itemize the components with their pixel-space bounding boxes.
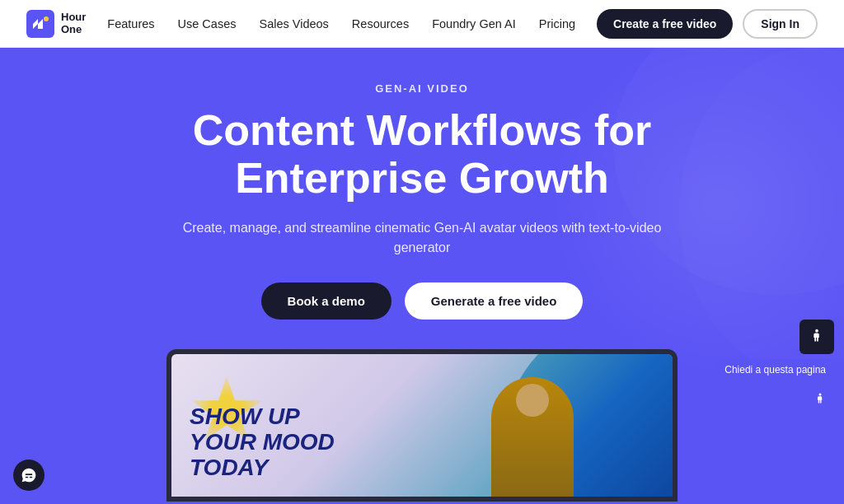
book-demo-button[interactable]: Book a demo bbox=[261, 282, 392, 320]
logo-line1: Hour bbox=[61, 12, 86, 23]
nav-item-foundry[interactable]: Foundry Gen AI bbox=[432, 16, 516, 31]
nav-link-use-cases[interactable]: Use Cases bbox=[178, 17, 237, 30]
hero-title-line1: Content Workflows for bbox=[193, 106, 652, 154]
accessibility-small-icon bbox=[813, 392, 828, 407]
accessibility-small-button[interactable] bbox=[806, 385, 834, 413]
hero-section: GEN-AI VIDEO Content Workflows for Enter… bbox=[0, 48, 844, 504]
nav-item-use-cases[interactable]: Use Cases bbox=[178, 16, 237, 31]
generate-free-video-button[interactable]: Generate a free video bbox=[405, 282, 584, 320]
accessibility-icon bbox=[808, 328, 826, 346]
hero-title: Content Workflows for Enterprise Growth bbox=[166, 106, 678, 202]
nav-item-sales-videos[interactable]: Sales Videos bbox=[259, 16, 328, 31]
logo-text: Hour One bbox=[61, 12, 86, 35]
laptop-screen: SHOW UP YOUR MOOD TODAY bbox=[171, 354, 673, 497]
accessibility-widget: Chiedi a questa pagina bbox=[716, 320, 834, 413]
sign-in-button[interactable]: Sign In bbox=[743, 9, 818, 39]
nav-link-foundry[interactable]: Foundry Gen AI bbox=[432, 17, 516, 30]
navigation: Hour One Features Use Cases Sales Videos… bbox=[0, 0, 844, 48]
chat-icon bbox=[21, 467, 37, 483]
logo[interactable]: Hour One bbox=[26, 10, 86, 38]
laptop-text-line2: YOUR MOOD bbox=[190, 430, 335, 455]
hero-content: GEN-AI VIDEO Content Workflows for Enter… bbox=[150, 82, 694, 349]
hero-subtitle: Create, manage, and streamline cinematic… bbox=[166, 218, 678, 258]
nav-link-sales-videos[interactable]: Sales Videos bbox=[259, 17, 328, 30]
laptop-person-avatar bbox=[491, 377, 574, 497]
accessibility-tooltip: Chiedi a questa pagina bbox=[716, 359, 834, 380]
hero-buttons: Book a demo Generate a free video bbox=[166, 282, 678, 320]
laptop-frame: SHOW UP YOUR MOOD TODAY bbox=[166, 349, 678, 502]
laptop-text-line1: SHOW UP bbox=[190, 404, 335, 430]
svg-point-1 bbox=[44, 16, 49, 21]
nav-links: Features Use Cases Sales Videos Resource… bbox=[107, 16, 575, 31]
create-free-video-button[interactable]: Create a free video bbox=[597, 9, 733, 39]
chat-icon-button[interactable] bbox=[13, 460, 45, 491]
nav-link-resources[interactable]: Resources bbox=[352, 17, 409, 30]
nav-link-features[interactable]: Features bbox=[107, 17, 154, 30]
accessibility-button[interactable] bbox=[799, 320, 834, 354]
logo-line2: One bbox=[61, 24, 86, 35]
nav-item-features[interactable]: Features bbox=[107, 16, 154, 31]
laptop-preview: SHOW UP YOUR MOOD TODAY bbox=[166, 349, 678, 502]
nav-item-resources[interactable]: Resources bbox=[352, 16, 409, 31]
nav-item-pricing[interactable]: Pricing bbox=[539, 16, 575, 31]
hero-title-line2: Enterprise Growth bbox=[235, 154, 609, 202]
nav-actions: Create a free video Sign In bbox=[597, 9, 818, 39]
hero-eyebrow: GEN-AI VIDEO bbox=[166, 82, 678, 95]
nav-link-pricing[interactable]: Pricing bbox=[539, 17, 575, 30]
logo-icon bbox=[26, 10, 54, 38]
laptop-screen-text: SHOW UP YOUR MOOD TODAY bbox=[190, 404, 335, 480]
laptop-text-line3: TODAY bbox=[190, 455, 335, 481]
